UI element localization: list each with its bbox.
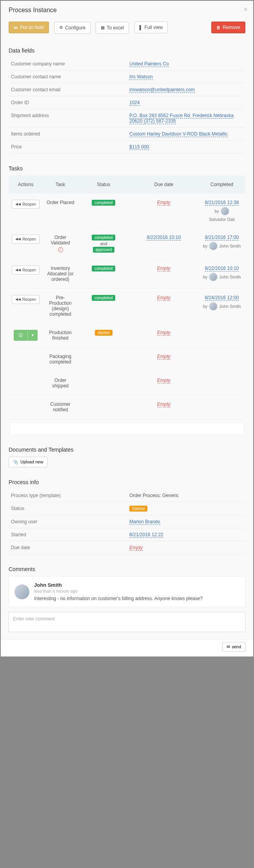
info-value: Empty: [127, 541, 245, 554]
info-row: Process type (template)Order Process: Ge…: [9, 489, 245, 502]
page-title: Process Instance: [9, 7, 245, 14]
task-status: completedandapproved: [78, 228, 129, 259]
complete-task-button[interactable]: ☑▼: [14, 330, 38, 341]
configure-button[interactable]: ⚙Configure: [54, 22, 91, 34]
documents-section: Documents and Templates 📎Upload new: [1, 441, 253, 473]
task-completed: [198, 371, 245, 395]
task-row: ◀◀ReopenPre-Production (design) complete…: [9, 288, 245, 323]
field-value-link[interactable]: P.O. Box 283 8562 Fusce Rd. Frederick Ne…: [129, 113, 234, 124]
info-link[interactable]: Marlon Brando: [129, 519, 160, 525]
field-value-link[interactable]: $115 000: [129, 144, 149, 150]
data-field-row: Order ID1024: [9, 96, 245, 109]
data-fields-table: Customer company nameUnited Painters CoC…: [9, 58, 245, 154]
to-excel-button[interactable]: ▦To excel: [96, 22, 129, 34]
field-label: Price: [9, 140, 127, 153]
info-label: Due date: [9, 541, 127, 554]
task-name: Inventory Allocated (or ordered): [43, 259, 78, 288]
task-status: completed: [78, 259, 129, 288]
fast-forward-icon: ⏭: [14, 25, 18, 30]
gear-icon: ⚙: [59, 25, 63, 30]
empty-value[interactable]: Empty: [129, 545, 143, 551]
empty-value[interactable]: Empty: [157, 401, 171, 407]
empty-value[interactable]: Empty: [157, 200, 171, 206]
col-status: Status: [78, 175, 129, 193]
info-value: 8/21/2016 12:22: [127, 528, 245, 541]
completed-by: byJohn Smith: [201, 302, 242, 311]
dropdown-caret-icon[interactable]: ▼: [28, 331, 38, 340]
warning-icon: !: [58, 247, 63, 252]
process-info-table: Process type (template)Order Process: Ge…: [9, 489, 245, 554]
field-value-link[interactable]: United Painters Co: [129, 61, 169, 67]
data-field-row: Items orderedCustom Harley Davidson V-RO…: [9, 127, 245, 140]
field-label: Items ordered: [9, 127, 127, 140]
task-name: Customer notified: [43, 395, 78, 419]
task-name: Production finished: [43, 323, 78, 347]
info-value: Marlon Brando: [127, 515, 245, 528]
info-value: Order Process: Generic: [127, 489, 245, 502]
task-name: Packaging completed: [43, 347, 78, 371]
empty-value[interactable]: Empty: [157, 378, 171, 383]
task-status: completed: [78, 288, 129, 323]
completed-date-link[interactable]: 8/21/2016 12:38: [205, 200, 239, 206]
info-label: Status: [9, 502, 127, 515]
comment-time: less than a minute ago: [34, 589, 203, 593]
info-link[interactable]: 8/21/2016 12:22: [129, 532, 163, 538]
field-value: Custom Harley Davidson V-ROD Black Metal…: [127, 127, 245, 140]
empty-value[interactable]: Empty: [157, 330, 171, 336]
field-value: Iris Watson: [127, 70, 245, 83]
completed-date-link[interactable]: 8/24/2016 12:00: [205, 295, 239, 301]
field-value-link[interactable]: Iris Watson: [129, 74, 153, 80]
task-completed: [198, 323, 245, 347]
info-label: Started: [9, 528, 127, 541]
close-icon[interactable]: ×: [243, 5, 248, 14]
full-view-button[interactable]: ▌Full view: [134, 22, 168, 33]
task-row: ☑▼Production finishedstartedEmpty: [9, 323, 245, 347]
task-row: ◀◀ReopenInventory Allocated (or ordered)…: [9, 259, 245, 288]
user-name: Salvador Dali: [209, 217, 234, 222]
check-icon[interactable]: ☑: [14, 330, 28, 341]
task-completed: 8/22/2016 10:10byJohn Smith: [198, 259, 245, 288]
send-button[interactable]: ✉send: [222, 642, 245, 652]
remove-button[interactable]: 🗑Remove: [211, 22, 245, 33]
reopen-button[interactable]: ◀◀Reopen: [12, 235, 40, 244]
upload-new-button[interactable]: 📎Upload new: [9, 457, 47, 467]
empty-value[interactable]: Empty: [157, 266, 171, 271]
user-name: John Smith: [219, 244, 241, 248]
avatar: [15, 584, 29, 599]
info-row: StatusStarted: [9, 502, 245, 515]
task-status: [78, 395, 129, 419]
empty-value[interactable]: Empty: [157, 354, 171, 360]
info-row: Owning userMarlon Brando: [9, 515, 245, 528]
info-row: Due dateEmpty: [9, 541, 245, 554]
completed-date-link[interactable]: 8/22/2016 10:10: [205, 266, 239, 271]
comment-input[interactable]: [9, 612, 245, 632]
completed-by: bySalvador Dali: [201, 207, 242, 222]
field-label: Shipment address: [9, 109, 127, 127]
field-value-link[interactable]: Custom Harley Davidson V-ROD Black Metal…: [129, 131, 228, 137]
task-status: completed: [78, 193, 129, 228]
info-row: Started8/21/2016 12:22: [9, 528, 245, 541]
status-badge: completed: [92, 200, 115, 206]
table-icon: ▦: [101, 25, 105, 30]
completed-date-link[interactable]: 8/21/2016 17:00: [205, 235, 239, 241]
envelope-icon: ✉: [227, 644, 230, 649]
field-value-link[interactable]: iriswatson@unitedpainters.com: [129, 87, 195, 93]
reopen-button[interactable]: ◀◀Reopen: [12, 266, 40, 275]
reopen-button[interactable]: ◀◀Reopen: [12, 200, 40, 209]
process-info-section: Process info Process type (template)Orde…: [1, 473, 253, 560]
due-date-link[interactable]: 8/22/2016 10:10: [147, 235, 181, 241]
completed-by: byJohn Smith: [201, 273, 242, 281]
comments-section: Comments John Smithless than a minute ag…: [1, 560, 253, 639]
tasks-table: Actions Task Status Due date Completed ◀…: [9, 175, 245, 419]
field-value: $115 000: [127, 140, 245, 153]
data-field-row: Customer contact emailiriswatson@unitedp…: [9, 83, 245, 96]
rewind-icon: ◀◀: [15, 297, 21, 301]
reopen-button[interactable]: ◀◀Reopen: [12, 295, 40, 304]
task-row: ◀◀ReopenOrder PlacedcompletedEmpty8/21/2…: [9, 193, 245, 228]
task-due: Empty: [129, 371, 198, 395]
put-on-hold-button[interactable]: ⏭Put on hold: [9, 22, 49, 33]
empty-value[interactable]: Empty: [157, 295, 171, 301]
field-value-link[interactable]: 1024: [129, 100, 140, 106]
info-label: Owning user: [9, 515, 127, 528]
data-field-row: Shipment addressP.O. Box 283 8562 Fusce …: [9, 109, 245, 127]
